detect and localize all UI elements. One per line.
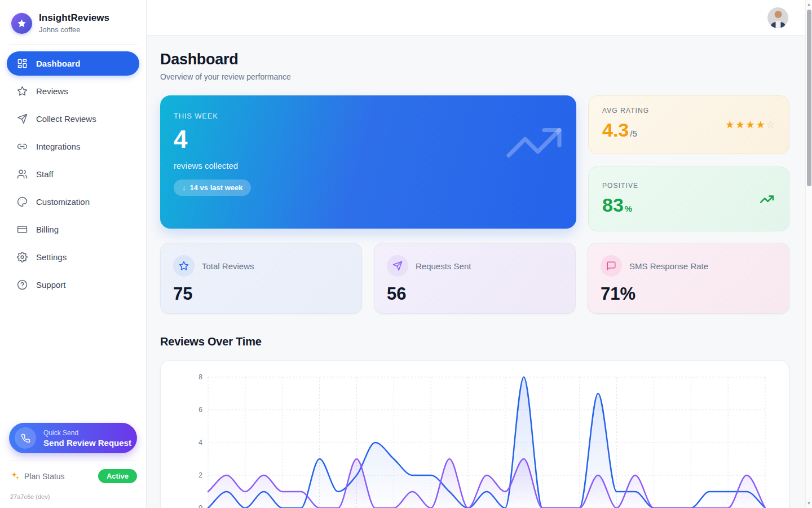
vs-last-week-badge: ↓ 14 vs last week (174, 179, 251, 196)
send-icon (392, 261, 403, 271)
sidebar-item-label: Staff (36, 169, 54, 179)
phone-icon-circle (15, 427, 36, 449)
star-filled-icon: ★ (735, 119, 745, 130)
stats-row: Total Reviews 75 Requests Sent 56 SMS Re… (160, 243, 789, 314)
sidebar-item-reviews[interactable]: Reviews (7, 79, 139, 103)
app-name: InsightReviews (39, 12, 109, 24)
area-chart-svg: 02468 (161, 361, 790, 508)
stat-card-label: SMS Response Rate (629, 261, 708, 271)
star-icon-circle (173, 255, 195, 277)
trend-decor-icon-wrap (494, 112, 574, 173)
users-icon-wrap (17, 169, 28, 179)
stat-card-header: Total Reviews (173, 255, 349, 277)
stat-card-sms-response-rate: SMS Response Rate 71% (588, 243, 789, 314)
kpi-right-column: AVG RATING 4.3 /5 ★★★★☆ POSITIVE 83 % (588, 95, 789, 231)
palette-icon-wrap (17, 196, 28, 207)
star-filled-icon: ★ (756, 119, 766, 130)
sidebar-item-label: Customization (36, 197, 90, 207)
stat-card-header: SMS Response Rate (601, 255, 776, 277)
send-icon-wrap (17, 113, 28, 124)
sidebar-item-label: Dashboard (36, 59, 80, 68)
sidebar-item-customization[interactable]: Customization (7, 190, 139, 214)
star-filled-icon: ★ (746, 119, 756, 130)
star-icon-wrap (17, 86, 28, 97)
send-review-request-button[interactable]: Quick Send Send Review Request (9, 423, 137, 453)
stat-card-header: Requests Sent (387, 255, 563, 277)
sidebar: InsightReviews Johns coffee Dashboard Re… (0, 0, 147, 508)
stat-card-total-reviews: Total Reviews 75 (160, 243, 362, 314)
sidebar-item-support[interactable]: Support (7, 273, 139, 297)
credit-card-icon (17, 224, 28, 235)
scrollbar-thumb[interactable] (807, 10, 811, 186)
phone-icon (21, 433, 30, 443)
sparkles-icon (10, 471, 20, 481)
positive-value-row: 83 % (602, 194, 775, 216)
plan-status-badge: Active (98, 469, 137, 483)
arrow-down-glyph: ↓ (182, 183, 186, 192)
stat-card-value: 75 (173, 284, 349, 304)
avatar-shirt (775, 21, 780, 28)
star-rating: ★★★★☆ (725, 119, 776, 131)
positive-card: POSITIVE 83 % (588, 167, 789, 231)
y-axis-tick-label: 8 (198, 373, 202, 381)
vs-last-week-text: 14 vs last week (190, 183, 243, 192)
link-icon-wrap (17, 141, 28, 152)
page-title: Dashboard (160, 51, 789, 68)
sidebar-item-dashboard[interactable]: Dashboard (7, 51, 139, 76)
sidebar-item-label: Settings (36, 252, 67, 262)
quick-send-text: Quick Send Send Review Request (43, 429, 131, 448)
sidebar-item-label: Support (36, 280, 66, 290)
positive-label: POSITIVE (602, 182, 775, 190)
sidebar-item-settings[interactable]: Settings (7, 245, 139, 269)
scrollbar-down-arrow[interactable]: ▼ (806, 501, 812, 506)
sidebar-item-collect-reviews[interactable]: Collect Reviews (7, 107, 139, 131)
y-axis-tick-label: 6 (198, 406, 202, 414)
main-area: Dashboard Overview of your review perfor… (147, 0, 805, 508)
settings-icon-wrap (17, 252, 28, 262)
help-circle-icon (17, 279, 28, 290)
dashboard-content: Dashboard Overview of your review perfor… (147, 36, 805, 508)
sparkles-icon-wrap (10, 471, 20, 481)
credit-card-icon-wrap (17, 224, 28, 235)
reviews-over-time-chart-card: 02468 (160, 360, 789, 508)
stat-card-requests-sent: Requests Sent 56 (374, 243, 576, 314)
this-week-card: THIS WEEK 4 reviews collected ↓ 14 vs la… (160, 95, 576, 229)
stat-card-value: 56 (387, 284, 563, 304)
layout-dashboard-icon-wrap (17, 58, 28, 69)
sidebar-item-billing[interactable]: Billing (7, 217, 139, 242)
sidebar-item-staff[interactable]: Staff (7, 162, 139, 186)
sidebar-item-label: Reviews (36, 86, 68, 96)
sidebar-item-label: Billing (36, 225, 59, 234)
series-purple-area (208, 459, 765, 508)
brand-text: InsightReviews Johns coffee (39, 12, 109, 34)
palette-icon (17, 196, 28, 207)
avatar-head (774, 11, 782, 18)
star-empty-icon: ☆ (766, 119, 776, 130)
trending-up-icon (494, 112, 574, 173)
avg-rating-value: 4.3 (602, 119, 629, 141)
sidebar-nav: Dashboard Reviews Collect Reviews Integr… (0, 45, 146, 300)
positive-value: 83 (602, 194, 624, 216)
stat-card-value: 71% (601, 284, 776, 304)
org-name: Johns coffee (39, 25, 109, 34)
help-circle-icon-wrap (17, 279, 28, 290)
chart-section-title: Reviews Over Time (160, 335, 789, 348)
positive-suffix: % (625, 204, 632, 213)
message-square-icon-circle (601, 255, 622, 277)
avg-rating-outof: /5 (630, 129, 637, 138)
sidebar-bottom: Quick Send Send Review Request Plan Stat… (0, 423, 146, 500)
trending-up-icon-wrap (760, 192, 774, 207)
sidebar-item-integrations[interactable]: Integrations (7, 134, 139, 159)
page-scrollbar[interactable]: ▲ ▼ (805, 0, 812, 508)
star-icon (17, 86, 28, 97)
star-filled-icon: ★ (725, 119, 735, 130)
send-icon-circle (387, 255, 408, 277)
topbar (147, 0, 805, 36)
message-square-icon (606, 261, 616, 271)
y-axis-tick-label: 4 (198, 439, 202, 446)
users-icon (17, 169, 28, 179)
app-root: InsightReviews Johns coffee Dashboard Re… (0, 0, 812, 508)
avg-rating-card: AVG RATING 4.3 /5 ★★★★☆ (588, 95, 789, 154)
user-avatar[interactable] (767, 7, 788, 28)
scrollbar-up-arrow[interactable]: ▲ (806, 2, 812, 7)
